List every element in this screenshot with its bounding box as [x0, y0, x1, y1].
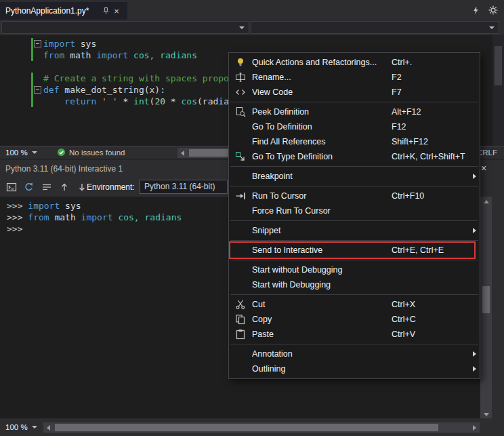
fold-collapse-icon[interactable]	[34, 40, 41, 47]
interactive-window-icon[interactable]	[4, 180, 19, 195]
menu-item-label: Paste	[252, 330, 392, 339]
menu-item-label: Run To Cursor	[252, 191, 392, 201]
menu-separator	[230, 260, 478, 260]
editor-vertical-scrollbar[interactable]	[492, 35, 504, 146]
bolt-icon[interactable]	[470, 5, 481, 16]
document-tab[interactable]: PythonApplication1.py* ×	[0, 2, 127, 20]
menu-item-view-code[interactable]: View CodeF7	[229, 85, 480, 100]
menu-item-start-without-debugging[interactable]: Start without Debugging	[229, 262, 480, 277]
menu-item-cut[interactable]: CutCtrl+X	[229, 297, 480, 312]
menu-item-snippet[interactable]: Snippet	[229, 223, 480, 238]
scrollbar-thumb[interactable]	[55, 424, 438, 431]
history-previous-icon[interactable]	[57, 180, 72, 195]
chevron-down-icon	[32, 426, 37, 429]
scrollbar-thumb[interactable]	[495, 46, 502, 85]
menu-item-shortcut: Alt+F12	[392, 107, 469, 117]
members-dropdown[interactable]	[251, 21, 499, 34]
editor-code-lines: import sysfrom math import cos, radians …	[43, 38, 234, 107]
menu-item-label: Quick Actions and Refactorings...	[252, 58, 392, 67]
paste-icon	[229, 329, 252, 340]
menu-item-annotation[interactable]: Annotation	[229, 346, 480, 361]
menu-separator	[230, 102, 478, 102]
submenu-arrow-icon	[469, 174, 480, 179]
peek-definition-icon	[229, 106, 252, 117]
menu-item-label: Send to Interactive	[252, 245, 392, 255]
reset-icon[interactable]	[22, 180, 37, 195]
menu-item-label: Cut	[252, 300, 392, 309]
code-line: from math import cos, radians	[43, 49, 234, 61]
fold-markers	[34, 35, 42, 146]
issues-indicator[interactable]: No issues found	[57, 146, 125, 159]
scroll-right-icon[interactable]	[469, 422, 480, 433]
menu-item-shortcut: Ctrl+C	[392, 315, 469, 324]
interactive-toolbar-icons	[4, 180, 89, 195]
menu-item-shortcut: Shift+F12	[392, 137, 469, 146]
menu-item-paste[interactable]: PasteCtrl+V	[229, 327, 480, 342]
menu-item-copy[interactable]: CopyCtrl+C	[229, 312, 480, 327]
menu-item-label: Go To Definition	[252, 122, 392, 132]
editor-zoom-control[interactable]: 100 %	[5, 146, 37, 159]
code-line: >>> from math import cos, radians	[7, 212, 182, 223]
menu-item-outlining[interactable]: Outlining	[229, 361, 480, 376]
environment-label: Environment:	[87, 182, 135, 192]
code-line: def make_dot_string(x):	[43, 84, 234, 96]
menu-item-label: Force Run To Cursor	[252, 206, 392, 216]
interactive-horizontal-scrollbar[interactable]	[43, 422, 480, 433]
context-menu: Quick Actions and Refactorings...Ctrl+.R…	[228, 52, 480, 379]
fold-collapse-icon[interactable]	[34, 86, 41, 94]
check-circle-icon	[57, 148, 66, 158]
menu-item-run-to-cursor[interactable]: Run To CursorCtrl+F10	[229, 189, 480, 203]
menu-item-label: Rename...	[252, 73, 392, 82]
interactive-zoom-value: 100 %	[5, 423, 28, 431]
menu-item-send-to-interactive[interactable]: Send to InteractiveCtrl+E, Ctrl+E	[229, 243, 480, 258]
interactive-vertical-scrollbar[interactable]	[480, 197, 492, 420]
submenu-arrow-icon	[469, 351, 480, 357]
code-line: >>> import sys	[7, 200, 182, 212]
menu-item-quick-actions-and-refactorings[interactable]: Quick Actions and Refactorings...Ctrl+.	[229, 55, 480, 70]
change-bar	[31, 38, 33, 61]
submenu-arrow-icon	[469, 366, 480, 372]
cut-icon	[229, 299, 252, 310]
menu-separator	[230, 166, 478, 167]
code-line	[43, 61, 234, 73]
menu-item-label: Annotation	[252, 349, 392, 359]
view-code-icon	[229, 87, 252, 98]
close-icon[interactable]: ×	[111, 5, 122, 16]
pin-icon[interactable]	[100, 5, 111, 16]
menu-item-force-run-to-cursor[interactable]: Force Run To Cursor	[229, 203, 480, 218]
menu-item-shortcut: Ctrl+V	[392, 330, 469, 339]
code-line: return ' ' * int(20 * cos(radia	[43, 96, 234, 107]
clear-screen-icon[interactable]	[39, 180, 54, 195]
menu-item-peek-definition[interactable]: Peek DefinitionAlt+F12	[229, 104, 480, 119]
menu-item-start-with-debugging[interactable]: Start with Debugging	[229, 277, 480, 292]
menu-item-label: Breakpoint	[252, 172, 392, 181]
menu-item-go-to-type-definition[interactable]: Go To Type DefinitionCtrl+K, Ctrl+Shift+…	[229, 149, 480, 164]
issues-text: No issues found	[69, 148, 125, 157]
gear-icon[interactable]	[488, 5, 499, 16]
menu-item-go-to-definition[interactable]: Go To DefinitionF12	[229, 119, 480, 134]
menu-item-shortcut: Ctrl+F10	[392, 191, 469, 201]
document-tab-title: PythonApplication1.py*	[5, 6, 100, 16]
scrollbar-thumb[interactable]	[482, 286, 490, 313]
copy-icon	[229, 314, 252, 325]
menu-item-breakpoint[interactable]: Breakpoint	[229, 169, 480, 184]
visual-studio-window: PythonApplication1.py* × import sysfrom …	[0, 0, 504, 436]
chevron-down-icon	[239, 26, 245, 29]
navigation-bar	[0, 20, 504, 35]
menu-item-shortcut: Ctrl+E, Ctrl+E	[392, 245, 469, 255]
chevron-down-icon	[32, 151, 37, 154]
types-dropdown[interactable]	[1, 21, 249, 34]
scroll-up-icon[interactable]	[480, 197, 492, 207]
menu-item-find-all-references[interactable]: Find All ReferencesShift+F12	[229, 134, 480, 149]
menu-item-label: Copy	[252, 315, 392, 324]
scroll-left-icon[interactable]	[177, 148, 188, 158]
interactive-zoom-control[interactable]: 100 %	[5, 421, 37, 433]
menu-item-label: Start without Debugging	[252, 265, 392, 275]
menu-item-label: Outlining	[252, 364, 392, 374]
environment-dropdown[interactable]: Python 3.11 (64-bit)	[140, 180, 228, 194]
menu-item-label: Go To Type Definition	[252, 152, 392, 161]
document-tab-bar: PythonApplication1.py* ×	[0, 0, 504, 20]
menu-item-rename[interactable]: Rename...F2	[229, 70, 480, 85]
scroll-left-icon[interactable]	[43, 422, 54, 433]
menu-item-label: View Code	[252, 87, 392, 97]
